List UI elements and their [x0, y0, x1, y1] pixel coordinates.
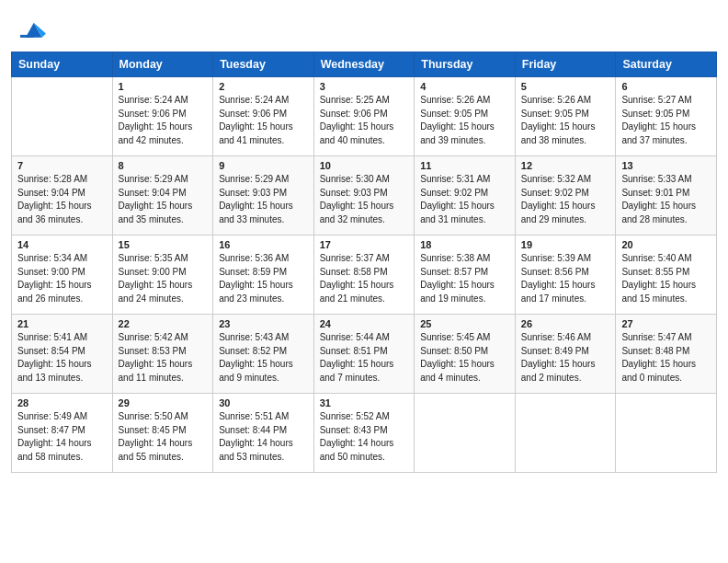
day-number: 18	[420, 239, 509, 250]
day-number: 9	[219, 160, 308, 171]
day-cell: 7Sunrise: 5:28 AM Sunset: 9:04 PM Daylig…	[12, 156, 113, 236]
page: SundayMondayTuesdayWednesdayThursdayFrid…	[0, 0, 728, 563]
day-cell: 5Sunrise: 5:26 AM Sunset: 9:05 PM Daylig…	[515, 77, 616, 156]
day-cell: 10Sunrise: 5:30 AM Sunset: 9:03 PM Dayli…	[313, 156, 415, 236]
day-info: Sunrise: 5:45 AM Sunset: 8:50 PM Dayligh…	[420, 331, 509, 385]
calendar-wrap: SundayMondayTuesdayWednesdayThursdayFrid…	[0, 52, 728, 563]
calendar-table: SundayMondayTuesdayWednesdayThursdayFrid…	[11, 52, 717, 473]
day-cell: 28Sunrise: 5:49 AM Sunset: 8:47 PM Dayli…	[12, 394, 113, 473]
day-info: Sunrise: 5:29 AM Sunset: 9:04 PM Dayligh…	[119, 173, 208, 226]
day-number: 27	[621, 318, 711, 329]
day-info: Sunrise: 5:49 AM Sunset: 8:47 PM Dayligh…	[17, 410, 107, 464]
day-info: Sunrise: 5:29 AM Sunset: 9:03 PM Dayligh…	[219, 173, 308, 226]
day-cell: 18Sunrise: 5:38 AM Sunset: 8:57 PM Dayli…	[415, 236, 516, 315]
day-number: 2	[219, 81, 308, 92]
day-cell: 29Sunrise: 5:50 AM Sunset: 8:45 PM Dayli…	[112, 394, 213, 473]
svg-rect-2	[20, 35, 34, 38]
week-row-3: 14Sunrise: 5:34 AM Sunset: 9:00 PM Dayli…	[12, 236, 717, 315]
day-cell: 14Sunrise: 5:34 AM Sunset: 9:00 PM Dayli…	[12, 236, 113, 315]
day-number: 26	[521, 318, 610, 329]
day-number: 24	[320, 318, 409, 329]
weekday-header-row: SundayMondayTuesdayWednesdayThursdayFrid…	[12, 52, 717, 77]
day-info: Sunrise: 5:43 AM Sunset: 8:52 PM Dayligh…	[219, 331, 308, 385]
weekday-thursday: Thursday	[415, 52, 516, 77]
day-number: 30	[219, 397, 308, 408]
day-number: 13	[621, 160, 711, 171]
day-info: Sunrise: 5:52 AM Sunset: 8:43 PM Dayligh…	[320, 410, 409, 464]
weekday-saturday: Saturday	[616, 52, 717, 77]
day-number: 14	[17, 239, 107, 250]
day-cell: 16Sunrise: 5:36 AM Sunset: 8:59 PM Dayli…	[213, 236, 314, 315]
day-info: Sunrise: 5:39 AM Sunset: 8:56 PM Dayligh…	[521, 252, 610, 305]
day-info: Sunrise: 5:28 AM Sunset: 9:04 PM Dayligh…	[17, 173, 107, 226]
day-info: Sunrise: 5:42 AM Sunset: 8:53 PM Dayligh…	[119, 331, 208, 385]
day-cell: 20Sunrise: 5:40 AM Sunset: 8:55 PM Dayli…	[616, 236, 717, 315]
day-number: 22	[119, 318, 208, 329]
day-cell: 27Sunrise: 5:47 AM Sunset: 8:48 PM Dayli…	[616, 315, 717, 394]
weekday-sunday: Sunday	[12, 52, 113, 77]
day-info: Sunrise: 5:41 AM Sunset: 8:54 PM Dayligh…	[17, 331, 107, 385]
day-info: Sunrise: 5:24 AM Sunset: 9:06 PM Dayligh…	[219, 94, 308, 147]
day-number: 15	[119, 239, 208, 250]
day-cell: 30Sunrise: 5:51 AM Sunset: 8:44 PM Dayli…	[213, 394, 314, 473]
day-cell: 11Sunrise: 5:31 AM Sunset: 9:02 PM Dayli…	[415, 156, 516, 236]
day-number: 17	[320, 239, 409, 250]
day-info: Sunrise: 5:35 AM Sunset: 9:00 PM Dayligh…	[119, 252, 208, 305]
day-cell: 26Sunrise: 5:46 AM Sunset: 8:49 PM Dayli…	[515, 315, 616, 394]
day-info: Sunrise: 5:34 AM Sunset: 9:00 PM Dayligh…	[17, 252, 107, 305]
day-cell: 17Sunrise: 5:37 AM Sunset: 8:58 PM Dayli…	[313, 236, 415, 315]
day-number: 3	[320, 81, 409, 92]
day-number: 16	[219, 239, 308, 250]
day-info: Sunrise: 5:37 AM Sunset: 8:58 PM Dayligh…	[320, 252, 409, 305]
day-info: Sunrise: 5:26 AM Sunset: 9:05 PM Dayligh…	[521, 94, 610, 147]
day-cell: 25Sunrise: 5:45 AM Sunset: 8:50 PM Dayli…	[415, 315, 516, 394]
day-number: 10	[320, 160, 409, 171]
day-info: Sunrise: 5:27 AM Sunset: 9:05 PM Dayligh…	[621, 94, 711, 147]
day-info: Sunrise: 5:38 AM Sunset: 8:57 PM Dayligh…	[420, 252, 509, 305]
day-info: Sunrise: 5:44 AM Sunset: 8:51 PM Dayligh…	[320, 331, 409, 385]
day-cell: 3Sunrise: 5:25 AM Sunset: 9:06 PM Daylig…	[313, 77, 415, 156]
day-number: 1	[119, 81, 208, 92]
day-cell: 6Sunrise: 5:27 AM Sunset: 9:05 PM Daylig…	[616, 77, 717, 156]
day-number: 29	[119, 397, 208, 408]
day-number: 21	[17, 318, 107, 329]
day-number: 7	[17, 160, 107, 171]
weekday-wednesday: Wednesday	[313, 52, 415, 77]
day-cell: 12Sunrise: 5:32 AM Sunset: 9:02 PM Dayli…	[515, 156, 616, 236]
day-cell	[515, 394, 616, 473]
week-row-5: 28Sunrise: 5:49 AM Sunset: 8:47 PM Dayli…	[12, 394, 717, 473]
day-number: 20	[621, 239, 711, 250]
day-cell	[415, 394, 516, 473]
week-row-2: 7Sunrise: 5:28 AM Sunset: 9:04 PM Daylig…	[12, 156, 717, 236]
day-number: 6	[621, 81, 711, 92]
weekday-friday: Friday	[515, 52, 616, 77]
day-number: 8	[119, 160, 208, 171]
day-info: Sunrise: 5:31 AM Sunset: 9:02 PM Dayligh…	[420, 173, 509, 226]
day-number: 11	[420, 160, 509, 171]
day-info: Sunrise: 5:24 AM Sunset: 9:06 PM Dayligh…	[119, 94, 208, 147]
day-cell	[616, 394, 717, 473]
day-info: Sunrise: 5:47 AM Sunset: 8:48 PM Dayligh…	[621, 331, 711, 385]
logo-icon	[20, 17, 46, 42]
day-cell: 1Sunrise: 5:24 AM Sunset: 9:06 PM Daylig…	[112, 77, 213, 156]
week-row-1: 1Sunrise: 5:24 AM Sunset: 9:06 PM Daylig…	[12, 77, 717, 156]
day-cell: 22Sunrise: 5:42 AM Sunset: 8:53 PM Dayli…	[112, 315, 213, 394]
day-number: 25	[420, 318, 509, 329]
weekday-monday: Monday	[112, 52, 213, 77]
day-info: Sunrise: 5:46 AM Sunset: 8:49 PM Dayligh…	[521, 331, 610, 385]
day-info: Sunrise: 5:40 AM Sunset: 8:55 PM Dayligh…	[621, 252, 711, 305]
weekday-tuesday: Tuesday	[213, 52, 314, 77]
header	[0, 0, 728, 52]
day-cell: 2Sunrise: 5:24 AM Sunset: 9:06 PM Daylig…	[213, 77, 314, 156]
day-cell: 23Sunrise: 5:43 AM Sunset: 8:52 PM Dayli…	[213, 315, 314, 394]
day-cell: 24Sunrise: 5:44 AM Sunset: 8:51 PM Dayli…	[313, 315, 415, 394]
day-cell: 19Sunrise: 5:39 AM Sunset: 8:56 PM Dayli…	[515, 236, 616, 315]
day-cell: 9Sunrise: 5:29 AM Sunset: 9:03 PM Daylig…	[213, 156, 314, 236]
week-row-4: 21Sunrise: 5:41 AM Sunset: 8:54 PM Dayli…	[12, 315, 717, 394]
day-number: 12	[521, 160, 610, 171]
day-cell: 8Sunrise: 5:29 AM Sunset: 9:04 PM Daylig…	[112, 156, 213, 236]
day-info: Sunrise: 5:30 AM Sunset: 9:03 PM Dayligh…	[320, 173, 409, 226]
day-cell: 13Sunrise: 5:33 AM Sunset: 9:01 PM Dayli…	[616, 156, 717, 236]
day-info: Sunrise: 5:25 AM Sunset: 9:06 PM Dayligh…	[320, 94, 409, 147]
day-number: 19	[521, 239, 610, 250]
